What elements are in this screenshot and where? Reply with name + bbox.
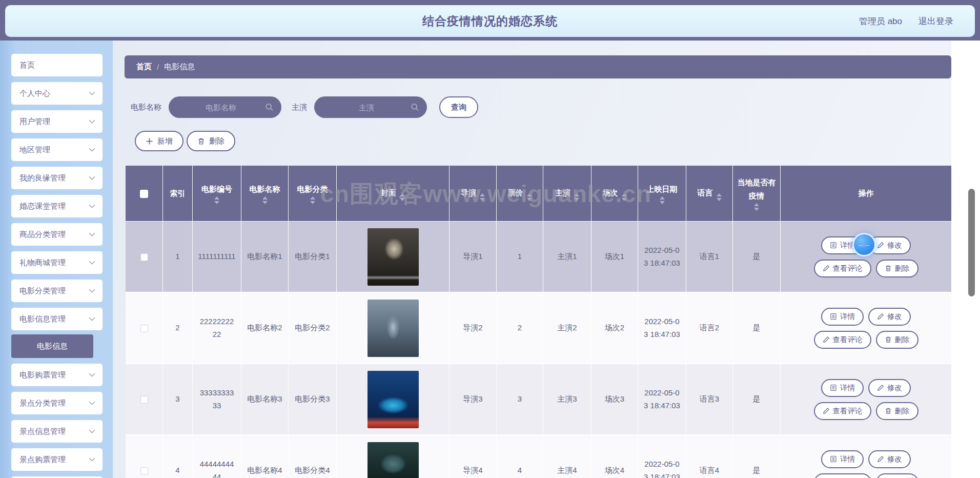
detail-button[interactable]: 详情	[821, 308, 864, 326]
pencil-icon	[877, 455, 884, 463]
detail-button[interactable]: 详情	[821, 379, 864, 397]
sidebar-item-scenic-info-mgmt[interactable]: 景点信息管理	[11, 420, 103, 443]
col-header-actor[interactable]: 主演	[543, 166, 591, 222]
sidebar-item-home[interactable]: 首页	[11, 54, 103, 76]
sidebar-item-movie-category-mgmt[interactable]: 电影分类管理	[11, 280, 103, 302]
col-header-movie-no[interactable]: 电影编号	[193, 166, 241, 222]
col-header-epidemic[interactable]: 当地是否有疫情	[733, 166, 781, 222]
col-header-language[interactable]: 语言	[686, 166, 733, 222]
edit-button-label: 修改	[887, 312, 902, 322]
cell-price: 2	[497, 293, 543, 364]
document-icon	[830, 455, 837, 463]
col-header-director[interactable]: 导演	[450, 166, 497, 222]
pencil-icon	[823, 407, 830, 414]
movie-cover-image[interactable]	[368, 300, 419, 357]
view-comments-button[interactable]: 查看评论	[814, 402, 871, 420]
cell-director: 导演2	[450, 293, 497, 364]
view-comments-button[interactable]: 查看评论	[814, 473, 871, 478]
col-header-price[interactable]: 票价	[497, 166, 543, 222]
sidebar-item-scenic-ticket-mgmt[interactable]: 景点购票管理	[11, 448, 103, 471]
cell-director: 导演3	[450, 364, 497, 435]
sort-carets-icon	[480, 193, 485, 201]
top-bar-panel: 结合疫情情况的婚恋系统 管理员 abo 退出登录	[5, 5, 975, 37]
row-checkbox[interactable]	[140, 325, 148, 332]
table-header-row: 索引 电影编号 电影名称 电影分类 封面 导演	[126, 166, 951, 222]
edit-button[interactable]: 修改	[868, 450, 911, 468]
top-bar-right: 管理员 abo 退出登录	[859, 15, 953, 27]
detail-button[interactable]: 详情	[821, 450, 864, 468]
row-checkbox[interactable]	[140, 253, 148, 261]
cell-movie-category: 电影分类4	[289, 435, 337, 478]
cell-epidemic: 是	[733, 222, 781, 293]
chevron-down-icon	[89, 148, 95, 152]
row-checkbox[interactable]	[140, 396, 148, 404]
delete-button[interactable]: 删除	[876, 260, 918, 277]
select-all-checkbox[interactable]	[140, 190, 148, 198]
movie-cover-image[interactable]	[368, 228, 419, 286]
trash-icon	[197, 137, 205, 145]
view-comments-button[interactable]: 查看评论	[814, 260, 871, 277]
delete-selected-button[interactable]: 删除	[187, 131, 235, 151]
cell-session: 场次1	[591, 222, 638, 293]
cell-session: 场次4	[591, 435, 638, 478]
logout-link[interactable]: 退出登录	[918, 15, 953, 27]
query-button[interactable]: 查询	[439, 96, 478, 118]
cell-actor: 主演2	[543, 293, 591, 364]
delete-button[interactable]: 删除	[876, 402, 918, 420]
sidebar-item-match-mgmt[interactable]: 我的良缘管理	[11, 167, 103, 189]
col-label: 上映日期	[647, 183, 678, 196]
pencil-icon	[877, 384, 884, 391]
sidebar-item-region-mgmt[interactable]: 地区管理	[11, 138, 103, 161]
sidebar-item-scenic-category-mgmt[interactable]: 景点分类管理	[11, 392, 103, 414]
vertical-scrollbar[interactable]	[968, 189, 975, 296]
col-header-release-date[interactable]: 上映日期	[638, 166, 686, 222]
delete-button[interactable]: 删除	[876, 473, 918, 478]
search-icon	[411, 103, 419, 112]
sidebar-item-product-category-mgmt[interactable]: 商品分类管理	[11, 223, 103, 246]
sort-carets-icon	[574, 193, 579, 201]
breadcrumb-home-link[interactable]: 首页	[136, 62, 152, 72]
toolbar: 新增 删除	[135, 131, 235, 151]
sidebar-item-movie-ticket-mgmt[interactable]: 电影购票管理	[11, 364, 103, 386]
trash-icon	[885, 336, 892, 343]
actor-input[interactable]	[314, 96, 427, 118]
row-checkbox[interactable]	[140, 467, 148, 475]
col-label: 语言	[698, 188, 713, 197]
edit-button[interactable]: 修改	[868, 308, 911, 326]
col-header-movie-category[interactable]: 电影分类	[289, 166, 337, 222]
table-row: 3 3333333333 电影名称3 电影分类3 导演3 3 主演3 场次3 2…	[126, 364, 951, 435]
view-comments-button[interactable]: 查看评论	[814, 331, 871, 349]
col-label: 电影编号	[201, 183, 232, 196]
plus-icon	[146, 137, 153, 145]
col-header-movie-name[interactable]: 电影名称	[241, 166, 289, 222]
col-header-session[interactable]: 场次	[591, 166, 638, 222]
sidebar-item-user-mgmt[interactable]: 用户管理	[11, 110, 103, 133]
delete-button-label: 删除	[895, 335, 910, 345]
add-button[interactable]: 新增	[135, 131, 183, 151]
edit-button[interactable]: 修改	[868, 379, 911, 397]
sidebar-subitem-movie-info-active[interactable]: 电影信息	[11, 334, 93, 358]
edit-button-label: 修改	[887, 454, 902, 464]
sort-carets-icon	[717, 193, 722, 201]
movie-name-input[interactable]	[169, 96, 281, 118]
actor-input-wrap	[314, 96, 427, 118]
sidebar-item-gift-mall-mgmt[interactable]: 礼物商城管理	[11, 251, 103, 274]
delete-button[interactable]: 删除	[876, 331, 918, 349]
sidebar-item-label: 电影购票管理	[19, 370, 66, 380]
search-bar: 电影名称 主演 查询	[131, 96, 478, 118]
col-header-cover[interactable]: 封面	[337, 166, 450, 222]
cell-session: 场次2	[591, 293, 638, 364]
cell-release-date: 2022-05-03 18:47:03	[638, 222, 686, 293]
pencil-icon	[877, 313, 884, 320]
col-header-select	[126, 166, 163, 222]
cell-release-date: 2022-05-03 18:47:03	[638, 435, 686, 478]
sidebar-item-personal-center[interactable]: 个人中心	[11, 82, 103, 105]
movie-cover-image[interactable]	[368, 442, 419, 478]
detail-button-label: 详情	[840, 383, 855, 393]
sidebar-item-movie-info-mgmt[interactable]: 电影信息管理	[11, 308, 103, 330]
sidebar-item-label: 景点购票管理	[19, 455, 66, 465]
movie-cover-image[interactable]	[368, 371, 419, 428]
cell-index: 3	[163, 364, 193, 435]
sidebar-item-marriage-class-mgmt[interactable]: 婚恋课堂管理	[11, 195, 103, 217]
document-icon	[830, 384, 837, 391]
